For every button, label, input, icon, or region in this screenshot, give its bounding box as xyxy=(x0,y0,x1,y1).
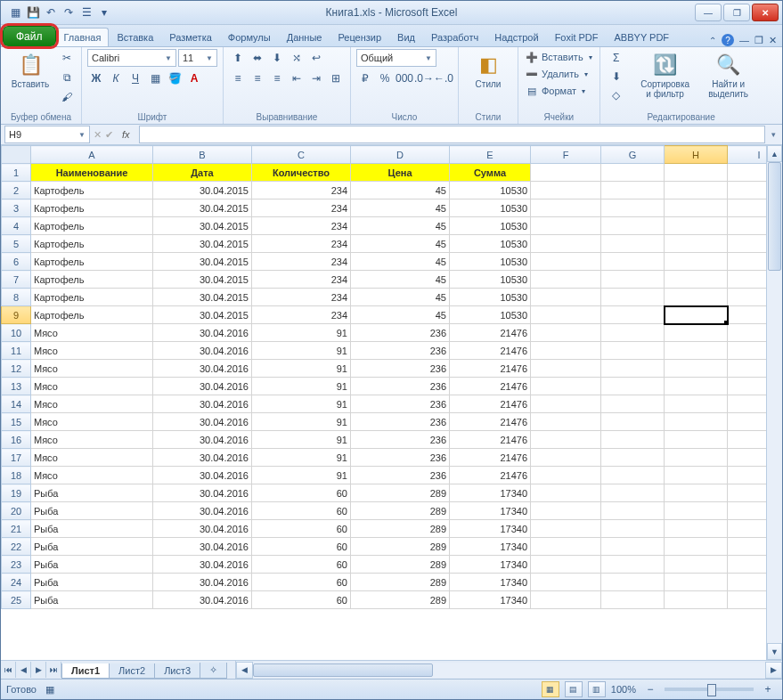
cell[interactable]: 60 xyxy=(252,574,351,591)
sheet-tab[interactable]: Лист3 xyxy=(154,663,200,679)
enter-formula-icon[interactable]: ✔ xyxy=(105,129,113,141)
cell[interactable]: 289 xyxy=(351,520,450,538)
cell[interactable]: Мясо xyxy=(31,342,153,360)
cells-delete-button[interactable]: ➖ Удалить ▾ xyxy=(524,66,594,82)
cell[interactable] xyxy=(601,360,665,378)
row-header[interactable]: 8 xyxy=(2,289,31,306)
cell[interactable]: Рыба xyxy=(31,502,153,520)
cell[interactable] xyxy=(665,591,728,609)
row-header[interactable]: 23 xyxy=(2,556,31,574)
cell[interactable]: 236 xyxy=(351,449,450,467)
table-header-cell[interactable]: Сумма xyxy=(450,164,531,182)
cell[interactable]: 289 xyxy=(351,502,450,520)
cell[interactable] xyxy=(601,502,665,520)
scroll-down-icon[interactable]: ▼ xyxy=(767,643,782,660)
cell[interactable]: 234 xyxy=(252,289,351,306)
row-header[interactable]: 12 xyxy=(2,360,31,378)
cell[interactable]: 234 xyxy=(252,235,351,253)
autosum-icon[interactable]: Σ xyxy=(606,49,627,67)
cell[interactable] xyxy=(601,378,665,395)
cell[interactable] xyxy=(728,253,767,271)
bold-button[interactable]: Ж xyxy=(87,69,105,87)
column-header[interactable]: D xyxy=(351,146,450,164)
tab-next-icon[interactable]: ▶ xyxy=(31,662,46,678)
cell[interactable] xyxy=(601,235,665,253)
cell[interactable] xyxy=(665,413,728,431)
cell[interactable] xyxy=(531,235,601,253)
fx-icon[interactable]: fx xyxy=(117,129,135,140)
formula-expand-icon[interactable]: ▾ xyxy=(769,130,779,139)
cell[interactable] xyxy=(728,217,767,235)
cell[interactable]: 91 xyxy=(252,324,351,342)
align-top-icon[interactable]: ⬆ xyxy=(229,49,247,67)
cell[interactable]: 60 xyxy=(252,538,351,556)
zoom-in-button[interactable]: + xyxy=(759,680,777,698)
cell[interactable] xyxy=(531,413,601,431)
cell[interactable]: 21476 xyxy=(450,342,531,360)
cell[interactable] xyxy=(531,591,601,609)
row-header[interactable]: 17 xyxy=(2,449,31,467)
cell[interactable]: 30.04.2016 xyxy=(153,342,252,360)
scroll-left-icon[interactable]: ◀ xyxy=(236,662,253,679)
cell[interactable]: 30.04.2016 xyxy=(153,538,252,556)
view-page-layout-button[interactable]: ▤ xyxy=(565,681,583,697)
column-header[interactable]: E xyxy=(450,146,531,164)
cell[interactable] xyxy=(665,574,728,591)
cell[interactable]: 289 xyxy=(351,538,450,556)
row-header[interactable]: 24 xyxy=(2,574,31,591)
cell[interactable] xyxy=(601,413,665,431)
cell[interactable]: 234 xyxy=(252,306,351,324)
cell[interactable]: 234 xyxy=(252,217,351,235)
cell[interactable] xyxy=(665,289,728,306)
cell[interactable] xyxy=(728,413,767,431)
doc-restore-icon[interactable]: ❐ xyxy=(754,35,763,46)
cell[interactable]: 30.04.2015 xyxy=(153,217,252,235)
orientation-icon[interactable]: ⤭ xyxy=(288,49,306,67)
cell[interactable]: Картофель xyxy=(31,253,153,271)
row-header[interactable]: 2 xyxy=(2,182,31,199)
tab-разработч[interactable]: Разработч xyxy=(423,28,486,46)
cell[interactable]: 10530 xyxy=(450,306,531,324)
cell[interactable] xyxy=(665,520,728,538)
cell[interactable]: 21476 xyxy=(450,449,531,467)
cell[interactable]: 10530 xyxy=(450,253,531,271)
cell[interactable] xyxy=(728,289,767,306)
row-header[interactable]: 5 xyxy=(2,235,31,253)
zoom-slider[interactable] xyxy=(665,688,754,691)
row-header[interactable]: 3 xyxy=(2,199,31,217)
tab-рецензир[interactable]: Рецензир xyxy=(330,28,389,46)
cell[interactable]: 289 xyxy=(351,484,450,502)
align-left-icon[interactable]: ≡ xyxy=(229,69,247,87)
row-header[interactable]: 25 xyxy=(2,591,31,609)
cell[interactable] xyxy=(728,431,767,449)
scroll-up-icon[interactable]: ▲ xyxy=(767,145,782,162)
cell[interactable]: 45 xyxy=(351,182,450,199)
tab-вид[interactable]: Вид xyxy=(389,28,423,46)
ribbon-minimize-icon[interactable]: ⌃ xyxy=(709,36,716,45)
row-header[interactable]: 19 xyxy=(2,484,31,502)
cell[interactable] xyxy=(665,253,728,271)
cell[interactable] xyxy=(531,217,601,235)
cell[interactable]: 30.04.2016 xyxy=(153,520,252,538)
cell[interactable]: 236 xyxy=(351,467,450,484)
cell[interactable]: Рыба xyxy=(31,574,153,591)
tab-главная[interactable]: Главная xyxy=(56,28,110,46)
cell[interactable]: 30.04.2016 xyxy=(153,556,252,574)
cell[interactable]: 10530 xyxy=(450,182,531,199)
format-painter-icon[interactable]: 🖌 xyxy=(58,88,76,106)
cell[interactable] xyxy=(531,449,601,467)
cell[interactable]: 45 xyxy=(351,289,450,306)
indent-inc-icon[interactable]: ⇥ xyxy=(307,69,325,87)
clear-icon[interactable]: ◇ xyxy=(606,86,627,104)
cell[interactable] xyxy=(601,217,665,235)
cell[interactable]: 17340 xyxy=(450,502,531,520)
font-name-combo[interactable]: Calibri ▼ xyxy=(87,49,176,67)
row-header[interactable]: 20 xyxy=(2,502,31,520)
font-size-combo[interactable]: 11 ▼ xyxy=(178,49,217,67)
cell[interactable]: 236 xyxy=(351,395,450,413)
cell[interactable]: 60 xyxy=(252,591,351,609)
cell[interactable]: Рыба xyxy=(31,591,153,609)
cell[interactable] xyxy=(531,431,601,449)
doc-minimize-icon[interactable]: — xyxy=(739,35,749,45)
cell[interactable]: Рыба xyxy=(31,538,153,556)
